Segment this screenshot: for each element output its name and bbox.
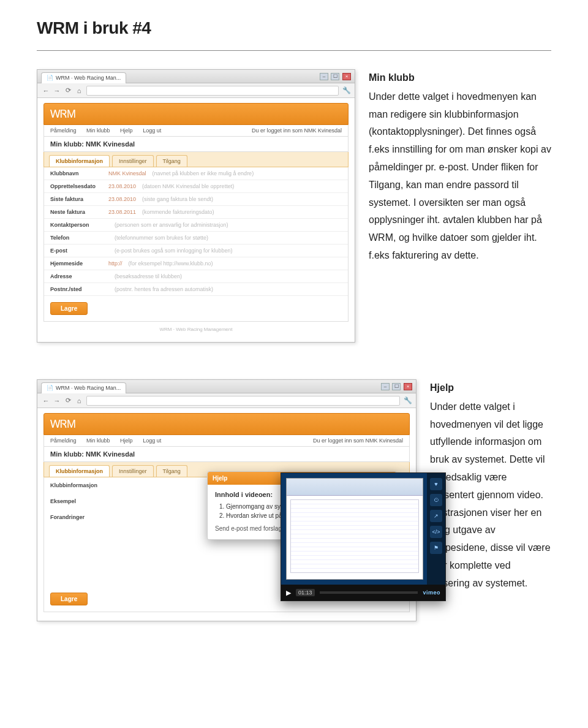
section-body: Under dette valget i hovedmenyen kan man…	[369, 88, 551, 265]
embed-icon[interactable]: </>	[430, 526, 442, 538]
field-label: Hjemmeside	[50, 260, 108, 267]
form-row: Neste faktura23.08.2011(kommende fakture…	[44, 206, 348, 219]
watch-later-icon[interactable]: ⏲	[430, 494, 442, 506]
field-value: 23.08.2010	[108, 196, 136, 202]
menu-item-min-klubb[interactable]: Min klubb	[86, 127, 110, 134]
app-logo: ᎳᏒΜ	[50, 418, 75, 431]
logged-in-label: Du er logget inn som NMK Kvinesdal	[252, 127, 342, 134]
menu-item-logg-ut[interactable]: Logg ut	[143, 438, 161, 444]
menu-item-pamelding[interactable]: Påmelding	[50, 438, 77, 444]
field-value: 23.08.2010	[108, 183, 136, 189]
logged-in-label: Du er logget inn som NMK Kvinesdal	[313, 438, 403, 444]
form-row: Kontaktperson(personen som er ansvarlig …	[44, 219, 348, 232]
browser-tab-title: WRM · Web Racing Man...	[56, 75, 121, 81]
field-label: Opprettelsesdato	[50, 183, 108, 189]
tab-innstillinger[interactable]: Innstillinger	[112, 155, 154, 167]
share-icon[interactable]: ↗	[430, 510, 442, 522]
browser-titlebar: 📄 WRM · Web Racing Man... – ☐ ×	[37, 380, 416, 393]
video-word-document	[290, 499, 419, 573]
nav-reload-icon[interactable]: ⟳	[64, 396, 72, 404]
menu-item-min-klubb[interactable]: Min klubb	[86, 438, 110, 444]
form-row: Adresse(besøksadresse til klubben)	[44, 270, 348, 283]
window-maximize-icon[interactable]: ☐	[331, 73, 339, 80]
vimeo-logo: vimeo	[423, 590, 440, 596]
browser-tab-title: WRM · Web Racing Man...	[56, 385, 121, 391]
app-header: ᎳᏒΜ	[43, 103, 349, 125]
url-bar[interactable]	[86, 86, 339, 96]
menu-item-hjelp[interactable]: Hjelp	[120, 438, 133, 444]
form-row: Hjemmesidehttp://(for eksempel http://ww…	[44, 257, 348, 270]
window-minimize-icon[interactable]: –	[320, 73, 328, 80]
field-hint: (navnet på klubben er ikke mulig å endre…	[153, 170, 254, 176]
tab-klubbinformasjon[interactable]: Klubbinformasjon	[49, 465, 110, 477]
url-bar[interactable]	[86, 396, 400, 406]
tab-klubbinformasjon[interactable]: Klubbinformasjon	[49, 155, 110, 167]
tab-tilgang[interactable]: Tilgang	[156, 155, 187, 167]
browser-tab[interactable]: 📄 WRM · Web Racing Man...	[41, 382, 126, 393]
field-hint: (telefonnummer som brukes for støtte)	[115, 235, 208, 241]
field-label: Siste faktura	[50, 196, 108, 202]
menu-item-logg-ut[interactable]: Logg ut	[143, 127, 161, 134]
like-icon[interactable]: ♥	[430, 478, 442, 490]
video-sidebar: ♥ ⏲ ↗ </> ⚑	[427, 473, 445, 585]
section-body: Under dette valget i hovedmenyen vil det…	[430, 398, 551, 593]
section-heading: Hjelp	[430, 379, 551, 397]
browser-toolbar: ← → ⟳ ⌂ 🔧	[37, 83, 355, 98]
video-controls: ▶ 01:13 vimeo	[281, 585, 445, 601]
video-player[interactable]: ♥ ⏲ ↗ </> ⚑ ▶ 01:13 vimeo	[281, 472, 446, 601]
window-close-icon[interactable]: ×	[342, 73, 351, 80]
tools-icon[interactable]: 🔧	[342, 86, 350, 94]
screenshot-hjelp: 📄 WRM · Web Racing Man... – ☐ × ← → ⟳ ⌂ …	[37, 379, 417, 621]
field-value[interactable]: http://	[108, 260, 123, 267]
tab-innstillinger[interactable]: Innstillinger	[112, 465, 154, 477]
menu-item-hjelp[interactable]: Hjelp	[120, 127, 133, 134]
save-button[interactable]: Lagre	[50, 302, 88, 315]
field-value: 23.08.2011	[108, 209, 136, 215]
section-text: Hjelp Under dette valget i hovedmenyen v…	[430, 379, 551, 593]
browser-titlebar: 📄 WRM · Web Racing Man... – ☐ ×	[37, 70, 355, 83]
field-hint: (besøksadresse til klubben)	[115, 273, 182, 279]
browser-toolbar: ← → ⟳ ⌂ 🔧	[37, 393, 416, 408]
nav-home-icon[interactable]: ⌂	[75, 397, 83, 404]
video-progress[interactable]	[320, 591, 418, 594]
nav-forward-icon[interactable]: →	[53, 87, 61, 94]
field-hint: (siste gang faktura ble sendt)	[142, 196, 213, 202]
section-text: Min klubb Under dette valget i hovedmeny…	[369, 69, 551, 265]
window-minimize-icon[interactable]: –	[381, 383, 390, 390]
menu-item-pamelding[interactable]: Påmelding	[50, 127, 77, 134]
modal-title: Hjelp	[213, 475, 227, 482]
field-hint: (kommende faktureringsdato)	[142, 209, 214, 215]
screenshot-min-klubb: 📄 WRM · Web Racing Man... – ☐ × ← → ⟳ ⌂ …	[37, 69, 355, 343]
window-close-icon[interactable]: ×	[404, 383, 412, 390]
field-label: Postnr./sted	[50, 286, 108, 292]
nav-back-icon[interactable]: ←	[42, 397, 50, 404]
field-label: Telefon	[50, 235, 108, 241]
video-time: 01:13	[296, 589, 315, 596]
page-title: WRM i bruk #4	[37, 18, 551, 38]
nav-home-icon[interactable]: ⌂	[75, 87, 83, 94]
browser-tab[interactable]: 📄 WRM · Web Racing Man...	[41, 72, 126, 83]
nav-reload-icon[interactable]: ⟳	[64, 86, 72, 94]
window-maximize-icon[interactable]: ☐	[392, 383, 401, 390]
field-label: E-post	[50, 248, 108, 254]
page-favicon: 📄	[47, 385, 53, 391]
nav-forward-icon[interactable]: →	[53, 397, 61, 404]
save-button[interactable]: Lagre	[50, 593, 88, 605]
flag-icon[interactable]: ⚑	[430, 542, 442, 554]
section-min-klubb: 📄 WRM · Web Racing Man... – ☐ × ← → ⟳ ⌂ …	[37, 69, 551, 343]
field-label: Klubbnavn	[50, 170, 108, 176]
play-icon[interactable]: ▶	[286, 589, 291, 597]
nav-back-icon[interactable]: ←	[42, 87, 50, 94]
breadcrumb: Min klubb: NMK Kvinesdal	[43, 137, 349, 152]
tools-icon[interactable]: 🔧	[404, 396, 411, 404]
field-hint: (for eksempel http://www.klubb.no)	[129, 260, 213, 267]
form-area: KlubbnavnNMK Kvinesdal(navnet på klubben…	[43, 167, 349, 322]
field-label: Kontaktperson	[50, 222, 108, 228]
form-row: Opprettelsesdato23.08.2010(datoen NMK Kv…	[44, 180, 348, 193]
form-row: Postnr./sted(postnr. hentes fra adressen…	[44, 283, 348, 296]
field-hint: (postnr. hentes fra adressen automatisk)	[115, 286, 213, 292]
field-hint: (datoen NMK Kvinesdal ble opprettet)	[142, 183, 234, 189]
tab-tilgang[interactable]: Tilgang	[156, 465, 187, 477]
app-footer: WRM · Web Racing Management	[43, 322, 349, 333]
video-word-ribbon	[287, 479, 423, 496]
